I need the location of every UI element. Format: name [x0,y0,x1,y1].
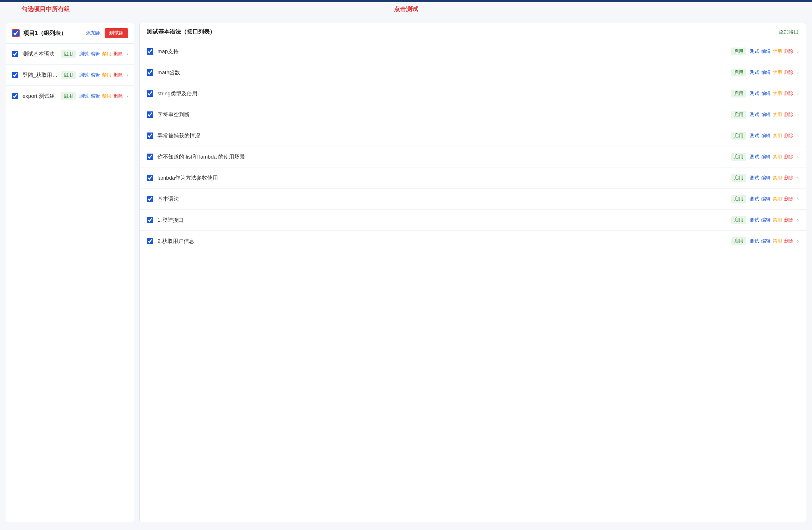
interface-checkbox-6[interactable] [147,175,153,181]
group-edit-btn-1[interactable]: 编辑 [91,72,100,78]
interface-delete-btn-9[interactable]: 删除 [784,238,793,244]
group-test-btn-0[interactable]: 测试 [79,51,89,57]
interface-checkbox-1[interactable] [147,69,153,76]
group-edit-btn-2[interactable]: 编辑 [91,93,100,99]
interface-delete-btn-6[interactable]: 删除 [784,175,793,181]
interface-disable-btn-6[interactable]: 禁用 [773,175,782,181]
group-checkbox-0[interactable] [12,51,18,57]
interface-actions-4: 测试 编辑 禁用 删除 › [750,132,799,139]
add-interface-button[interactable]: 添加接口 [779,29,799,35]
interface-delete-btn-2[interactable]: 删除 [784,90,793,97]
group-checkbox-1[interactable] [12,72,18,78]
left-panel-title: 项目1（组列表） [23,30,86,37]
group-status-2: 启用 [61,92,76,100]
group-disable-btn-0[interactable]: 禁用 [102,51,111,57]
group-actions-2: 测试 编辑 禁用 删除 › [79,93,128,99]
interface-checkbox-7[interactable] [147,196,153,202]
interface-disable-btn-5[interactable]: 禁用 [773,154,782,160]
interface-disable-btn-0[interactable]: 禁用 [773,48,782,55]
interface-disable-btn-8[interactable]: 禁用 [773,217,782,223]
group-delete-btn-2[interactable]: 删除 [114,93,123,99]
interface-name-8: 1.登陆接口 [157,217,731,224]
interface-checkbox-2[interactable] [147,90,153,97]
interface-edit-btn-7[interactable]: 编辑 [761,196,771,202]
group-delete-btn-1[interactable]: 删除 [114,72,123,78]
interface-arrow-6[interactable]: › [797,175,799,181]
interface-edit-btn-1[interactable]: 编辑 [761,69,771,76]
interface-test-btn-4[interactable]: 测试 [750,132,759,139]
interface-delete-btn-5[interactable]: 删除 [784,154,793,160]
group-arrow-0[interactable]: › [126,51,128,57]
interface-checkbox-3[interactable] [147,111,153,118]
interface-arrow-8[interactable]: › [797,217,799,223]
interface-disable-btn-4[interactable]: 禁用 [773,132,782,139]
interface-delete-btn-4[interactable]: 删除 [784,132,793,139]
interface-disable-btn-3[interactable]: 禁用 [773,111,782,118]
interface-status-2: 启用 [731,90,746,98]
interface-arrow-7[interactable]: › [797,196,799,202]
interface-arrow-9[interactable]: › [797,238,799,244]
interface-item: 基本语法 启用 测试 编辑 禁用 删除 › [140,189,806,210]
interface-edit-btn-9[interactable]: 编辑 [761,238,771,244]
group-delete-btn-0[interactable]: 删除 [114,51,123,57]
interface-edit-btn-4[interactable]: 编辑 [761,132,771,139]
interface-actions-1: 测试 编辑 禁用 删除 › [750,69,799,76]
interface-disable-btn-7[interactable]: 禁用 [773,196,782,202]
group-arrow-1[interactable]: › [126,72,128,78]
interface-test-btn-6[interactable]: 测试 [750,175,759,181]
interface-checkbox-9[interactable] [147,238,153,244]
group-test-btn-1[interactable]: 测试 [79,72,89,78]
interface-delete-btn-1[interactable]: 删除 [784,69,793,76]
interface-disable-btn-9[interactable]: 禁用 [773,238,782,244]
interface-edit-btn-5[interactable]: 编辑 [761,154,771,160]
interface-arrow-5[interactable]: › [797,154,799,160]
select-all-checkbox-wrapper[interactable] [12,29,20,37]
interface-edit-btn-0[interactable]: 编辑 [761,48,771,55]
interface-delete-btn-3[interactable]: 删除 [784,111,793,118]
interface-disable-btn-2[interactable]: 禁用 [773,90,782,97]
select-all-checkbox[interactable] [12,30,19,36]
group-list: 测试基本语法 启用 测试 编辑 禁用 删除 › 登陆_获取用户信... 启用 测… [6,44,134,106]
interface-arrow-1[interactable]: › [797,70,799,75]
interface-test-btn-8[interactable]: 测试 [750,217,759,223]
right-panel-title: 测试基本语法（接口列表） [147,28,779,36]
interface-actions-2: 测试 编辑 禁用 删除 › [750,90,799,97]
interface-edit-btn-2[interactable]: 编辑 [761,90,771,97]
interface-edit-btn-6[interactable]: 编辑 [761,175,771,181]
interface-checkbox-0[interactable] [147,48,153,55]
interface-actions-7: 测试 编辑 禁用 删除 › [750,196,799,202]
interface-edit-btn-3[interactable]: 编辑 [761,111,771,118]
interface-checkbox-4[interactable] [147,132,153,139]
add-group-button[interactable]: 添加组 [86,30,101,36]
group-disable-btn-2[interactable]: 禁用 [102,93,111,99]
interface-delete-btn-0[interactable]: 删除 [784,48,793,55]
interface-test-btn-5[interactable]: 测试 [750,154,759,160]
interface-arrow-4[interactable]: › [797,133,799,139]
right-panel: 测试基本语法（接口列表） 添加接口 map支持 启用 测试 编辑 禁用 删除 ›… [139,23,806,522]
interface-delete-btn-7[interactable]: 删除 [784,196,793,202]
group-edit-btn-0[interactable]: 编辑 [91,51,100,57]
interface-disable-btn-1[interactable]: 禁用 [773,69,782,76]
interface-delete-btn-8[interactable]: 删除 [784,217,793,223]
interface-name-6: lambda作为方法参数使用 [157,175,731,181]
test-group-button[interactable]: 测试组 [105,28,128,38]
interface-actions-6: 测试 编辑 禁用 删除 › [750,175,799,181]
interface-actions-8: 测试 编辑 禁用 删除 › [750,217,799,223]
interface-arrow-2[interactable]: › [797,91,799,96]
interface-test-btn-7[interactable]: 测试 [750,196,759,202]
interface-edit-btn-8[interactable]: 编辑 [761,217,771,223]
group-actions-0: 测试 编辑 禁用 删除 › [79,51,128,57]
interface-checkbox-8[interactable] [147,217,153,223]
group-checkbox-2[interactable] [12,93,18,99]
group-arrow-2[interactable]: › [126,93,128,99]
interface-checkbox-5[interactable] [147,154,153,160]
group-disable-btn-1[interactable]: 禁用 [102,72,111,78]
interface-arrow-0[interactable]: › [797,49,799,54]
group-test-btn-2[interactable]: 测试 [79,93,89,99]
interface-test-btn-3[interactable]: 测试 [750,111,759,118]
interface-test-btn-2[interactable]: 测试 [750,90,759,97]
interface-test-btn-0[interactable]: 测试 [750,48,759,55]
interface-arrow-3[interactable]: › [797,112,799,118]
interface-test-btn-9[interactable]: 测试 [750,238,759,244]
interface-test-btn-1[interactable]: 测试 [750,69,759,76]
